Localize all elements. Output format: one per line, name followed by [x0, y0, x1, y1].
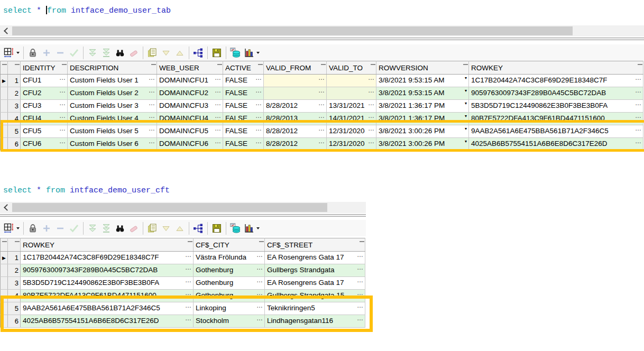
row-marker[interactable] [1, 277, 8, 290]
row-marker[interactable] [1, 264, 8, 277]
row-number[interactable]: 6 [8, 138, 21, 151]
cell-ellipsis-icon[interactable]: … [635, 75, 641, 82]
cell-ellipsis-icon[interactable]: … [185, 302, 191, 310]
cell-rowversion-row4[interactable]: 3/8/2021 1:36:17 PM▾ [376, 113, 469, 125]
find-icon[interactable] [113, 221, 127, 235]
row-number[interactable]: 2 [8, 87, 21, 100]
cell-ellipsis-icon[interactable]: … [368, 113, 374, 120]
column-header-web_user[interactable]: WEB_USER [157, 61, 223, 75]
cell-active-row1[interactable]: FALSE… [223, 75, 264, 87]
cell-ellipsis-icon[interactable]: … [149, 75, 155, 82]
cell-ellipsis-icon[interactable]: … [368, 100, 374, 107]
column-header-valid_from[interactable]: VALID_FROM [264, 61, 327, 75]
cell-cf$_street-row6[interactable]: Lindhagensgatan116… [265, 315, 365, 328]
column-header-rowkey[interactable]: ROWKEY [21, 238, 194, 252]
cell-valid_from-row3[interactable]: 8/28/2012… [264, 100, 327, 113]
column-header-rowversion[interactable]: ROWVERSION [376, 61, 469, 75]
cell-active-row6[interactable]: FALSE… [223, 138, 264, 151]
cell-rowkey-row4[interactable]: 80B7E5722DFA413C9F61BD4471151600… [469, 113, 643, 125]
cell-rowkey-row3[interactable]: 5B3D5D719C124490862E3B0F3BE3B0FA… [21, 277, 194, 290]
cell-valid_from-row2[interactable]: … [264, 87, 327, 100]
scroll-left-button[interactable] [0, 25, 12, 36]
cell-ellipsis-icon[interactable]: … [368, 75, 374, 82]
row-marker[interactable] [1, 113, 8, 125]
cell-ellipsis-icon[interactable]: … [318, 87, 325, 95]
cell-ellipsis-icon[interactable]: … [318, 100, 325, 107]
panel-splitter-2[interactable] [0, 214, 366, 217]
cell-active-row5[interactable]: FALSE… [223, 125, 264, 138]
cell-ellipsis-icon[interactable]: … [368, 138, 374, 145]
scrollbar-thumb[interactable] [12, 203, 327, 212]
cell-ellipsis-icon[interactable]: … [368, 125, 374, 133]
find-icon[interactable] [113, 46, 127, 60]
column-resize-handle[interactable] [638, 64, 642, 65]
cell-valid_to-row3[interactable]: 13/31/2021… [327, 100, 376, 113]
record-structure-icon[interactable] [191, 46, 205, 60]
cell-ellipsis-icon[interactable]: … [357, 264, 363, 272]
result-grid-2[interactable]: ROWKEYCF$_CITYCF$_STREET▶11C17B20442A74C… [0, 238, 365, 328]
cell-ellipsis-icon[interactable]: … [256, 315, 263, 322]
cell-ellipsis-icon[interactable]: … [318, 113, 325, 120]
cell-description-row4[interactable]: Custom Fields User 4… [68, 113, 157, 125]
cell-ellipsis-icon[interactable]: … [255, 100, 262, 107]
cell-ellipsis-icon[interactable]: … [635, 138, 641, 145]
cell-valid_to-row6[interactable]: 12/31/2020… [327, 138, 376, 151]
column-resize-handle[interactable] [15, 241, 20, 242]
copy-data-icon[interactable] [145, 46, 159, 60]
cell-ellipsis-icon[interactable]: … [59, 100, 66, 107]
cell-ellipsis-icon[interactable]: … [318, 138, 325, 145]
horizontal-scrollbar-1[interactable] [0, 25, 644, 36]
cell-ellipsis-icon[interactable]: … [149, 113, 155, 120]
cell-web_user-row5[interactable]: DOMAIN\CFU5… [157, 125, 223, 138]
column-header-active[interactable]: ACTIVE [223, 61, 264, 75]
cell-ellipsis-icon[interactable]: … [185, 277, 191, 284]
row-number[interactable]: 5 [8, 125, 21, 138]
cell-web_user-row3[interactable]: DOMAIN\CFU3… [157, 100, 223, 113]
cell-ellipsis-icon[interactable]: … [59, 125, 66, 133]
cell-description-row5[interactable]: Custom Fields User 5… [68, 125, 157, 138]
row-number[interactable]: 3 [8, 277, 21, 290]
cell-ellipsis-icon[interactable]: … [635, 100, 641, 107]
chevron-down-icon[interactable] [16, 227, 20, 229]
cell-ellipsis-icon[interactable]: … [256, 252, 263, 259]
cell-rowkey-row6[interactable]: 4025AB6B57554151A6B6E8D6C317E26D… [21, 315, 194, 328]
cell-ellipsis-icon[interactable]: … [149, 125, 155, 133]
cell-ellipsis-icon[interactable]: … [185, 252, 191, 259]
cell-cf$_street-row2[interactable]: Gullbergs Strandgata… [265, 264, 365, 277]
column-resize-handle[interactable] [151, 64, 156, 65]
cell-ellipsis-icon[interactable]: … [59, 138, 66, 145]
row-number[interactable]: 1 [8, 252, 21, 264]
cell-identity-row5[interactable]: CFU5… [21, 125, 68, 138]
cell-ellipsis-icon[interactable]: … [215, 138, 221, 145]
cell-cf$_city-row4[interactable]: Gothenburg… [194, 290, 265, 302]
row-number[interactable]: 4 [8, 113, 21, 125]
cell-ellipsis-icon[interactable]: … [256, 290, 263, 297]
column-resize-handle[interactable] [371, 64, 375, 65]
cell-dropdown-icon[interactable]: ▾ [465, 139, 467, 144]
cell-rowkey-row1[interactable]: 1C17B20442A74C3C8F69D29E18348C7F… [469, 75, 643, 87]
cell-identity-row4[interactable]: CFU4… [21, 113, 68, 125]
cell-ellipsis-icon[interactable]: … [357, 252, 363, 259]
cell-rowkey-row5[interactable]: 9AAB2A561A6E475BBA561B71A2F346C5… [469, 125, 643, 138]
cell-rowkey-row1[interactable]: 1C17B20442A74C3C8F69D29E18348C7F… [21, 252, 194, 264]
column-resize-handle[interactable] [2, 64, 7, 65]
row-number[interactable]: 6 [8, 315, 21, 328]
cell-cf$_city-row3[interactable]: Gothenburg… [194, 277, 265, 290]
sql-query-2[interactable]: select * from intface_demo_user_cft [3, 186, 170, 195]
cell-valid_to-row1[interactable]: … [327, 75, 376, 87]
cell-ellipsis-icon[interactable]: … [635, 125, 641, 133]
cell-web_user-row2[interactable]: DOMAIN\CFU2… [157, 87, 223, 100]
cell-ellipsis-icon[interactable]: … [256, 264, 263, 272]
column-header-valid_to[interactable]: VALID_TO [327, 61, 376, 75]
column-resize-handle[interactable] [217, 64, 222, 65]
cell-valid_to-row5[interactable]: 12/31/2020… [327, 125, 376, 138]
cell-ellipsis-icon[interactable]: … [215, 100, 221, 107]
column-resize-handle[interactable] [2, 241, 7, 242]
row-number[interactable]: 2 [8, 264, 21, 277]
cell-ellipsis-icon[interactable]: … [149, 100, 155, 107]
cell-identity-row1[interactable]: CFU1… [21, 75, 68, 87]
scrollbar-thumb[interactable] [12, 26, 573, 35]
column-header-identity[interactable]: IDENTITY [21, 61, 68, 75]
cell-identity-row3[interactable]: CFU3… [21, 100, 68, 113]
cell-ellipsis-icon[interactable]: … [59, 75, 66, 82]
